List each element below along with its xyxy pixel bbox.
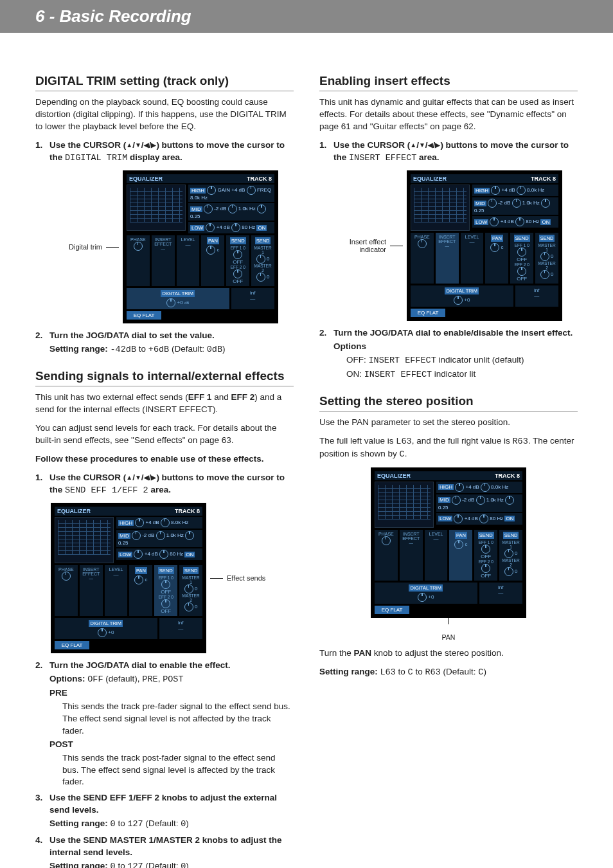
s3-options-heading: Options bbox=[333, 341, 578, 353]
s1-step1-d: display area. bbox=[127, 152, 182, 162]
s1-step2: 2. Turn the JOG/DATA dial to set the val… bbox=[35, 330, 294, 342]
section-enabling-insert-title: Enabling insert effects bbox=[319, 74, 578, 91]
s4-p3: Turn the PAN knob to adjust the stereo p… bbox=[319, 647, 578, 660]
figure-insert-effect: Insert effect indicator EQUALIZER TRACK … bbox=[319, 170, 578, 321]
s2-p2: You can adjust send levels for each trac… bbox=[35, 422, 294, 447]
annot-effect-sends: Effect sends bbox=[227, 574, 278, 582]
lcd-screen-1: EQUALIZER TRACK 8 HIGH GAIN +4 dB FREQ 8… bbox=[123, 170, 278, 323]
s4-p2: The full left value is L63, and the full… bbox=[319, 435, 578, 461]
s3-off-opt: OFF: INSERT EFFECT indicator unlit (defa… bbox=[346, 354, 578, 367]
annot-insert-effect: Insert effect indicator bbox=[335, 238, 386, 253]
section-digital-trim-body: Depending on the playback sound, EQ boos… bbox=[35, 96, 294, 133]
figure-effect-sends: EQUALIZER TRACK 8 HIGH +4 dB 8.0k Hz MID… bbox=[35, 503, 294, 653]
figure-digital-trim: Digital trim EQUALIZER TRACK 8 HIGH GAIN… bbox=[35, 170, 294, 323]
lcd-screen-2: EQUALIZER TRACK 8 HIGH +4 dB 8.0k Hz MID… bbox=[51, 503, 206, 653]
s2-p1: This unit has two external effect sends … bbox=[35, 392, 294, 416]
s1-step1-a: Use the CURSOR ( bbox=[49, 140, 126, 150]
section-stereo-position-title: Setting the stereo position bbox=[319, 394, 578, 411]
s2-pre-heading: PRE bbox=[49, 687, 294, 700]
arrow-up-icon: ▲ bbox=[126, 141, 132, 150]
chapter-header: 6 - Basic Recording bbox=[0, 0, 613, 33]
s3-step2: 2. Turn the JOG/DATA dial to enable/disa… bbox=[319, 327, 578, 339]
arrow-left-icon: ◀ bbox=[144, 141, 149, 150]
s4-p1: Use the PAN parameter to set the stereo … bbox=[319, 417, 578, 429]
s2-setting-range-3: Setting range: 0 to 127 (Default: 0) bbox=[49, 818, 294, 831]
annot-digital-trim: Digital trim bbox=[51, 243, 102, 251]
s3-on-opt: ON: INSERT EFFECT indicator lit bbox=[346, 368, 578, 381]
s2-options: Options: OFF (default), PRE, POST bbox=[49, 673, 294, 686]
lcd-track: TRACK 8 bbox=[247, 176, 272, 182]
s4-setting-range: Setting range: L63 to C to R63 (Default:… bbox=[319, 666, 578, 679]
arrow-down-icon: ▼ bbox=[135, 141, 141, 150]
lcd-screen-3: EQUALIZER TRACK 8 HIGH +4 dB 8.0k Hz MID… bbox=[407, 170, 562, 321]
s1-step1: 1. Use the CURSOR (▲/▼/◀/▶) buttons to m… bbox=[35, 140, 294, 165]
lcd-eq-title: EQUALIZER bbox=[129, 176, 163, 182]
s2-bold-follow: Follow these procedures to enable use of… bbox=[35, 453, 294, 466]
s3-p1: This unit has dynamic and guitar effects… bbox=[319, 96, 578, 133]
s2-step3: 3. Use the SEND EFF 1/EFF 2 knobs to adj… bbox=[35, 792, 294, 817]
s3-step1: 1. Use the CURSOR (▲/▼/◀/▶) buttons to m… bbox=[319, 140, 578, 165]
lcd-screen-4: EQUALIZER TRACK 8 HIGH +4 dB 8.0k Hz MID… bbox=[371, 467, 526, 618]
lcd-meters bbox=[127, 185, 186, 231]
s2-step2: 2. Turn the JOG/DATA dial to enable the … bbox=[35, 660, 294, 672]
pan-caption: PAN bbox=[319, 633, 578, 641]
s2-post-heading: POST bbox=[49, 739, 294, 751]
s1-setting-range: Setting range: -42dB to +6dB (Default: 0… bbox=[49, 343, 294, 356]
figure-pan: EQUALIZER TRACK 8 HIGH +4 dB 8.0k Hz MID… bbox=[319, 467, 578, 641]
s2-pre-text: This sends the track pre-fader signal to… bbox=[62, 701, 294, 737]
s2-step4: 4. Use the SEND MASTER 1/MASTER 2 knobs … bbox=[35, 835, 294, 859]
s2-post-text: This sends the track post-fader signal t… bbox=[62, 752, 294, 789]
s2-step1: 1. Use the CURSOR (▲/▼/◀/▶) buttons to m… bbox=[35, 472, 294, 497]
section-digital-trim-title: DIGITAL TRIM setting (track only) bbox=[35, 74, 294, 91]
s2-setting-range-4: Setting range: 0 to 127 (Default: 0) bbox=[49, 860, 294, 868]
s1-step1-c: DIGITAL TRIM bbox=[65, 153, 127, 163]
section-sending-signals-title: Sending signals to internal/external eff… bbox=[35, 369, 294, 386]
